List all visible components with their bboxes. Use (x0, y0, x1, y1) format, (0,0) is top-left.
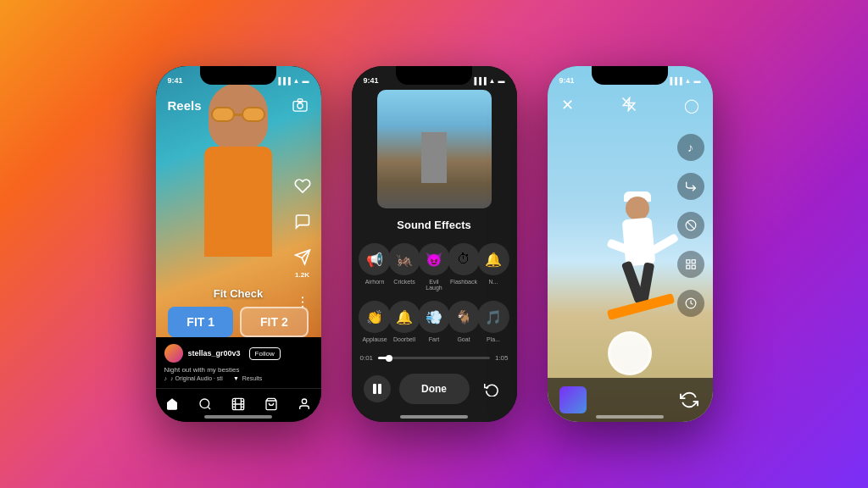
audio-info: ♪ ♪ Original Audio · sti ▼ Results (156, 374, 321, 383)
more1-icon: 🔔 (477, 243, 509, 275)
camera-top-bar: ✕ ◯ (548, 90, 713, 120)
status-time-1: 9:41 (168, 76, 183, 85)
wifi-icon-2: ▲ (489, 77, 496, 85)
layout-tool[interactable] (677, 251, 704, 278)
audio-text: ♪ Original Audio · sti (170, 375, 223, 381)
flip-camera-button[interactable] (677, 388, 701, 412)
signal-icon: ▐▐▐ (276, 77, 291, 85)
svg-rect-14 (378, 384, 381, 394)
status-time-2: 9:41 (364, 76, 379, 85)
share-action[interactable]: 1.2K (291, 246, 314, 279)
sound-effects-label: Sound Effects (352, 208, 517, 238)
username: stellas_gr00v3 (188, 349, 241, 358)
timeline-track[interactable] (378, 357, 490, 359)
fart-icon: 💨 (418, 301, 450, 333)
sound-airhorn[interactable]: 📢 Airhorn (360, 238, 390, 296)
svg-line-9 (208, 407, 210, 409)
avatar (164, 344, 183, 363)
heart-icon (291, 175, 314, 198)
home-indicator-2 (400, 415, 468, 419)
gallery-thumbnail[interactable] (559, 386, 587, 413)
results-text: ▼ (233, 375, 239, 381)
skater-torso (621, 218, 655, 267)
nav-reels[interactable] (231, 397, 245, 414)
fit2-button[interactable]: FIT 2 (240, 307, 309, 337)
skater-figure (590, 151, 692, 320)
nav-shop[interactable] (264, 397, 278, 414)
sound-fart[interactable]: 💨 Fart (420, 296, 449, 347)
time-start: 0:01 (360, 354, 374, 362)
music-tool[interactable]: ♪ (677, 134, 704, 161)
flash-off-icon[interactable] (621, 97, 637, 114)
timeline-scrubber (386, 355, 392, 362)
camera-button[interactable] (291, 96, 309, 114)
sound-goat[interactable]: 🐐 Goat (449, 296, 479, 347)
airhorn-icon: 📢 (359, 243, 391, 275)
svg-point-1 (297, 103, 302, 108)
phone2-content: Sound Effects 📢 Airhorn 🦗 Crickets 😈 Evi… (352, 66, 517, 422)
evil-laugh-label: Evil Laugh (421, 279, 448, 291)
like-action[interactable] (291, 175, 314, 198)
camera-tools: ♪ (677, 134, 704, 317)
nav-search[interactable] (198, 397, 212, 414)
nav-home[interactable] (165, 397, 179, 414)
flashback-icon: ⏱ (448, 243, 480, 275)
results-label: Results (242, 375, 262, 381)
signal-icon-2: ▐▐▐ (472, 77, 487, 85)
done-button[interactable]: Done (399, 374, 470, 404)
fit1-button[interactable]: FIT 1 (168, 307, 233, 337)
evil-laugh-icon: 😈 (418, 243, 450, 275)
svg-rect-13 (373, 384, 376, 394)
caption: Night out with my besties (156, 366, 321, 374)
sound-applause[interactable]: 👏 Applause (360, 296, 390, 347)
sound-flashback[interactable]: ⏱ Flashback (449, 238, 479, 296)
share-icon (291, 246, 314, 269)
speed-tool[interactable] (677, 173, 704, 200)
sound-crickets[interactable]: 🦗 Crickets (390, 238, 420, 296)
flashback-label: Flashback (450, 279, 477, 285)
home-indicator-1 (204, 415, 272, 419)
svg-rect-19 (686, 260, 689, 263)
goat-label: Goat (457, 336, 470, 342)
skater-head (626, 197, 649, 220)
reset-button[interactable] (478, 375, 505, 402)
sound-more1[interactable]: 🔔 N... (479, 238, 509, 296)
wifi-icon: ▲ (293, 77, 300, 85)
status-bar-3: 9:41 ▐▐▐ ▲ ▬ (548, 66, 713, 90)
phone-2-sound-effects: 9:41 ▐▐▐ ▲ ▬ Sound Effects 📢 Airhorn 🦗 C… (352, 66, 517, 422)
pla-label: Pla... (487, 336, 500, 342)
doorbell-icon: 🔔 (388, 301, 420, 333)
close-button[interactable]: ✕ (561, 96, 574, 114)
applause-icon: 👏 (359, 301, 391, 333)
timeline-bar: 0:01 1:05 (360, 354, 509, 362)
play-pause-button[interactable] (364, 375, 391, 402)
sound-controls: Done (352, 369, 517, 409)
crickets-label: Crickets (393, 279, 415, 285)
doorbell-label: Doorbell (393, 336, 415, 342)
shutter-button[interactable] (608, 331, 652, 375)
road-visual (421, 132, 447, 183)
phone-1-reels: 9:41 ▐▐▐ ▲ ▬ Reels (156, 66, 321, 422)
timer-tool[interactable] (677, 290, 704, 317)
comment-action[interactable] (291, 210, 314, 234)
applause-label: Applause (362, 336, 387, 342)
sound-grid-row2: 👏 Applause 🔔 Doorbell 💨 Fart 🐐 Goat 🎵 Pl… (352, 296, 517, 347)
svg-rect-2 (298, 99, 302, 103)
battery-icon: ▬ (303, 77, 309, 85)
sound-evil-laugh[interactable]: 😈 Evil Laugh (420, 238, 449, 296)
effects-tool[interactable] (677, 212, 704, 239)
follow-button[interactable]: Follow (249, 347, 281, 360)
nav-profile[interactable] (298, 397, 311, 414)
video-preview (377, 90, 492, 208)
svg-rect-22 (686, 265, 689, 269)
sound-pla[interactable]: 🎵 Pla... (479, 296, 509, 347)
home-indicator-3 (596, 415, 664, 419)
sound-doorbell[interactable]: 🔔 Doorbell (390, 296, 420, 347)
audio-note-icon: ♪ (164, 375, 168, 381)
fit-check-overlay: Fit Check FIT 1 FIT 2 (166, 287, 310, 337)
crickets-icon: 🦗 (388, 243, 420, 275)
fart-label: Fart (429, 336, 439, 342)
settings-button[interactable]: ◯ (684, 97, 699, 114)
status-time-3: 9:41 (559, 76, 575, 85)
fit-buttons: FIT 1 FIT 2 (168, 307, 308, 337)
